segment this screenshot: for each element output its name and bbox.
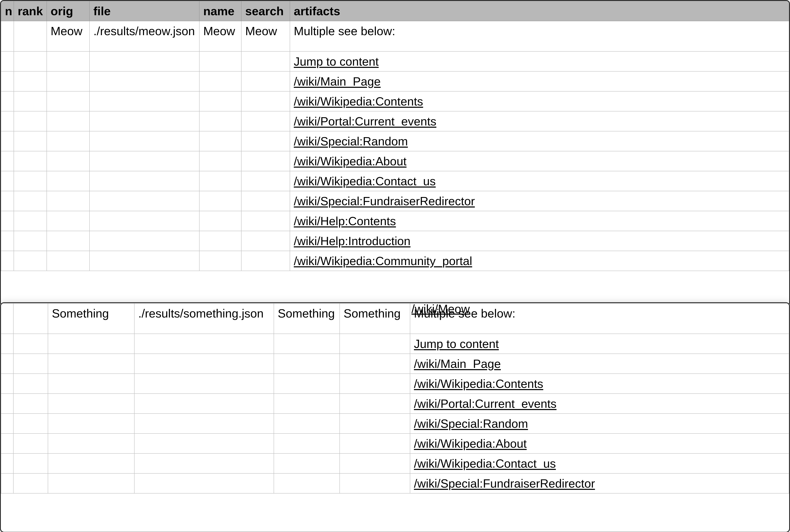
col-header-artifacts[interactable]: artifacts xyxy=(290,1,789,21)
cell-orig: Something xyxy=(48,303,134,334)
artifact-link-cell: Jump to content xyxy=(290,52,789,71)
cell-artifacts-header: Multiple see below: xyxy=(410,303,789,334)
artifact-link-cell: /wiki/Special:Random xyxy=(410,414,789,434)
results-table-bottom: Something ./results/something.json Somet… xyxy=(1,303,789,494)
cell-rank xyxy=(13,303,48,334)
artifact-link-cell: /wiki/Wikipedia:Contents xyxy=(410,374,789,394)
artifact-link[interactable]: /wiki/Wikipedia:Community_portal xyxy=(294,254,472,268)
artifact-link-cell: /wiki/Portal:Current_events xyxy=(290,111,789,131)
table-row: /wiki/Wikipedia:Contents xyxy=(1,374,789,394)
artifact-link[interactable]: /wiki/Help:Contents xyxy=(294,214,396,228)
artifact-link-cell: /wiki/Wikipedia:About xyxy=(290,151,789,171)
artifact-link-cell: /wiki/Special:FundraiserRedirector xyxy=(290,191,789,211)
table-row: /wiki/Wikipedia:Contact_us xyxy=(1,171,789,191)
top-table-pane: n rank orig file name search artifacts M… xyxy=(0,0,790,306)
bottom-table-pane: Something ./results/something.json Somet… xyxy=(0,302,790,532)
cell-name: Meow xyxy=(199,21,241,52)
table-row: /wiki/Wikipedia:Contents xyxy=(1,91,789,111)
table-row: Meow ./results/meow.json Meow Meow Multi… xyxy=(1,21,789,52)
table-row: /wiki/Special:FundraiserRedirector xyxy=(1,473,789,493)
col-header-name[interactable]: name xyxy=(199,1,241,21)
cell-rank xyxy=(14,21,47,52)
artifact-link-cell: /wiki/Help:Contents xyxy=(290,211,789,231)
cell-n xyxy=(1,21,14,52)
table-row: /wiki/Special:FundraiserRedirector xyxy=(1,191,789,211)
table-row: /wiki/Portal:Current_events xyxy=(1,394,789,414)
table-row: /wiki/Wikipedia:Community_portal xyxy=(1,251,789,271)
artifact-link[interactable]: /wiki/Special:FundraiserRedirector xyxy=(294,194,475,208)
table-row: Jump to content xyxy=(1,334,789,354)
artifact-link[interactable]: /wiki/Wikipedia:Contact_us xyxy=(414,457,556,470)
col-header-search[interactable]: search xyxy=(241,1,290,21)
cell-search: Meow xyxy=(241,21,290,52)
artifact-link[interactable]: /wiki/Wikipedia:Contact_us xyxy=(294,174,436,188)
artifact-link[interactable]: /wiki/Portal:Current_events xyxy=(414,397,557,410)
artifact-link[interactable]: /wiki/Wikipedia:Contents xyxy=(414,377,543,390)
cell-file: ./results/something.json xyxy=(134,303,274,334)
artifact-link[interactable]: Jump to content xyxy=(414,337,499,350)
artifact-link-cell: /wiki/Wikipedia:Community_portal xyxy=(290,251,789,271)
artifact-link-cell: /wiki/Wikipedia:Contact_us xyxy=(410,453,789,473)
artifact-link[interactable]: /wiki/Portal:Current_events xyxy=(294,115,436,128)
artifact-link-cell: /wiki/Wikipedia:Contact_us xyxy=(290,171,789,191)
table-row: /wiki/Wikipedia:About xyxy=(1,434,789,453)
artifact-link[interactable]: /wiki/Help:Introduction xyxy=(294,234,410,248)
results-table-top: n rank orig file name search artifacts M… xyxy=(1,1,789,271)
table-row: /wiki/Portal:Current_events xyxy=(1,111,789,131)
table-row: /wiki/Main_Page xyxy=(1,354,789,374)
artifact-link-cell: /wiki/Main_Page xyxy=(290,71,789,91)
table-row: Jump to content xyxy=(1,52,789,71)
artifact-link-cell: /wiki/Wikipedia:About xyxy=(410,434,789,453)
table-row: /wiki/Main_Page xyxy=(1,71,789,91)
artifact-link[interactable]: /wiki/Wikipedia:Contents xyxy=(294,95,423,108)
artifact-link[interactable]: /wiki/Special:Random xyxy=(414,417,528,430)
artifact-link-cell: /wiki/Wikipedia:Contents xyxy=(290,91,789,111)
cell-orig: Meow xyxy=(47,21,90,52)
col-header-file[interactable]: file xyxy=(90,1,199,21)
artifact-link-cell: /wiki/Special:Random xyxy=(290,131,789,151)
table-row: /wiki/Help:Contents xyxy=(1,211,789,231)
table-row: /wiki/Wikipedia:Contact_us xyxy=(1,453,789,473)
artifact-link[interactable]: /wiki/Special:Random xyxy=(294,134,408,148)
artifact-link-cell: Jump to content xyxy=(410,334,789,354)
table-row: /wiki/Wikipedia:About xyxy=(1,151,789,171)
cell-search: Something xyxy=(340,303,410,334)
artifact-link[interactable]: /wiki/Wikipedia:About xyxy=(414,437,527,450)
cell-name: Something xyxy=(274,303,340,334)
table-row: /wiki/Special:Random xyxy=(1,414,789,434)
artifact-link[interactable]: /wiki/Main_Page xyxy=(294,75,381,88)
table-row: /wiki/Special:Random xyxy=(1,131,789,151)
table-header-row: n rank orig file name search artifacts xyxy=(1,1,789,21)
artifact-link[interactable]: /wiki/Main_Page xyxy=(414,357,501,370)
cell-file: ./results/meow.json xyxy=(90,21,199,52)
col-header-rank[interactable]: rank xyxy=(14,1,47,21)
artifact-link-cell: /wiki/Main_Page xyxy=(410,354,789,374)
artifact-link-cell: /wiki/Portal:Current_events xyxy=(410,394,789,414)
table-row: /wiki/Help:Introduction xyxy=(1,231,789,251)
col-header-orig[interactable]: orig xyxy=(47,1,90,21)
artifact-link[interactable]: /wiki/Special:FundraiserRedirector xyxy=(414,477,595,490)
artifact-link[interactable]: /wiki/Wikipedia:About xyxy=(294,154,407,168)
col-header-n[interactable]: n xyxy=(1,1,14,21)
artifact-link-cell: /wiki/Help:Introduction xyxy=(290,231,789,251)
artifact-link-cell: /wiki/Special:FundraiserRedirector xyxy=(410,473,789,493)
cell-n xyxy=(1,303,13,334)
artifact-link[interactable]: Jump to content xyxy=(294,55,379,68)
cell-artifacts-header: Multiple see below: xyxy=(290,21,789,52)
table-row: Something ./results/something.json Somet… xyxy=(1,303,789,334)
